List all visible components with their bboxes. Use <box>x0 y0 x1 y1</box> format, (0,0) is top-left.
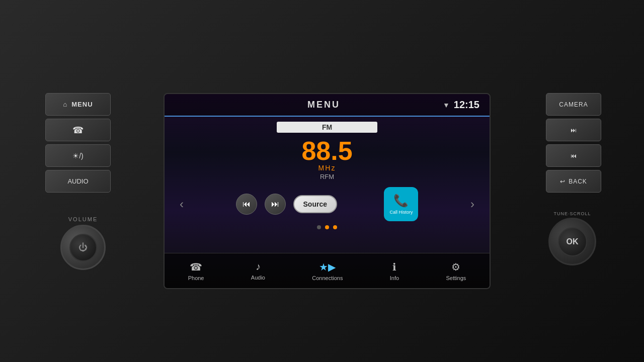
camera-label: CAMERA <box>559 101 588 108</box>
nav-settings[interactable]: ⚙ Settings <box>446 261 466 281</box>
dots-indicator <box>165 225 490 229</box>
volume-area: VOLUME ⏻ <box>60 216 106 270</box>
prev-arrow[interactable]: ‹ <box>175 192 189 216</box>
settings-nav-icon: ⚙ <box>451 261 460 273</box>
screen-nav: ☎ Phone ♪ Audio ★▶ Connections ℹ Info ⚙ … <box>165 253 490 288</box>
phone-nav-label: Phone <box>188 275 204 281</box>
call-history-label: Call History <box>389 210 413 215</box>
fm-badge: FM <box>277 122 377 133</box>
power-icon: ⏻ <box>78 242 88 253</box>
frequency-number: 88.5 <box>301 138 352 164</box>
home-icon: ⌂ <box>63 101 67 108</box>
station-name: RFM <box>320 173 334 180</box>
skip-forward-button[interactable]: ⏭ <box>546 119 601 141</box>
screen-status: ▼ 12:15 <box>443 99 479 111</box>
ok-label: OK <box>567 237 579 246</box>
phone-icon: ☎ <box>72 125 84 136</box>
right-panel: CAMERA ⏭ ⏮ ↩ BACK <box>546 93 601 193</box>
tune-label: TUNE·SCROLL <box>548 211 596 216</box>
menu-button[interactable]: ⌂ MENU <box>45 93 111 116</box>
camera-button[interactable]: CAMERA <box>546 93 601 116</box>
dot-1 <box>317 225 321 229</box>
tune-knob[interactable]: OK <box>548 218 596 265</box>
nav-phone[interactable]: ☎ Phone <box>188 261 204 281</box>
phone-nav-icon: ☎ <box>190 261 202 273</box>
screen-header: MENU ▼ 12:15 <box>165 94 490 117</box>
car-unit: ⌂ MENU ☎ ☀/) AUDIO VOLUME ⏻ MENU ▼ 12:1 <box>0 0 644 362</box>
call-history-button[interactable]: 📞 Call History <box>384 187 418 221</box>
nav-audio[interactable]: ♪ Audio <box>251 261 265 281</box>
frequency-display: 88.5 MHz RFM <box>301 138 352 180</box>
main-screen: MENU ▼ 12:15 FM 88.5 MHz RFM ‹ ⏮ <box>164 93 491 289</box>
menu-label: MENU <box>71 101 93 108</box>
info-nav-label: Info <box>390 275 399 281</box>
back-label: BACK <box>569 178 587 185</box>
screen-title: MENU <box>307 100 340 110</box>
frequency-unit: MHz <box>318 164 336 172</box>
dot-2 <box>325 225 329 229</box>
rewind-icon: ⏮ <box>243 200 251 209</box>
rewind-button[interactable]: ⏮ <box>236 194 257 215</box>
volume-knob[interactable]: ⏻ <box>60 225 106 270</box>
brightness-button[interactable]: ☀/) <box>45 144 111 167</box>
signal-icon: ▼ <box>443 101 450 109</box>
volume-label: VOLUME <box>60 216 106 222</box>
audio-nav-label: Audio <box>251 275 265 281</box>
info-nav-icon: ℹ <box>392 261 396 273</box>
skip-back-button[interactable]: ⏮ <box>546 144 601 167</box>
tune-scroll-area: TUNE·SCROLL OK <box>548 211 596 265</box>
controls-area: ⏮ ⏭ Source <box>236 194 337 215</box>
settings-nav-label: Settings <box>446 275 466 281</box>
brightness-icon: ☀/) <box>72 152 84 160</box>
source-label: Source <box>303 200 327 208</box>
next-arrow[interactable]: › <box>465 192 479 216</box>
ok-button[interactable]: OK <box>558 227 587 256</box>
clock-display: 12:15 <box>454 99 479 111</box>
connections-nav-icon: ★▶ <box>319 261 336 273</box>
nav-connections[interactable]: ★▶ Connections <box>312 261 343 281</box>
connections-nav-label: Connections <box>312 275 343 281</box>
power-button[interactable]: ⏻ <box>69 234 97 261</box>
skip-back-icon: ⏮ <box>571 152 577 159</box>
back-icon: ↩ <box>560 178 566 185</box>
fastforward-button[interactable]: ⏭ <box>265 194 286 215</box>
screen-body: ‹ ⏮ ⏭ Source 📞 Call History › <box>165 187 490 221</box>
audio-button[interactable]: AUDIO <box>45 170 111 193</box>
source-button[interactable]: Source <box>293 195 337 213</box>
dot-3 <box>333 225 337 229</box>
left-panel: ⌂ MENU ☎ ☀/) AUDIO <box>45 93 111 193</box>
phone-button[interactable]: ☎ <box>45 119 111 141</box>
skip-forward-icon: ⏭ <box>571 127 577 134</box>
audio-nav-icon: ♪ <box>256 261 261 273</box>
call-history-icon: 📞 <box>393 194 409 208</box>
back-button[interactable]: ↩ BACK <box>546 170 601 193</box>
fastforward-icon: ⏭ <box>271 200 279 209</box>
nav-info[interactable]: ℹ Info <box>390 261 399 281</box>
audio-label: AUDIO <box>67 177 88 185</box>
screen-content: FM 88.5 MHz RFM <box>165 117 490 183</box>
